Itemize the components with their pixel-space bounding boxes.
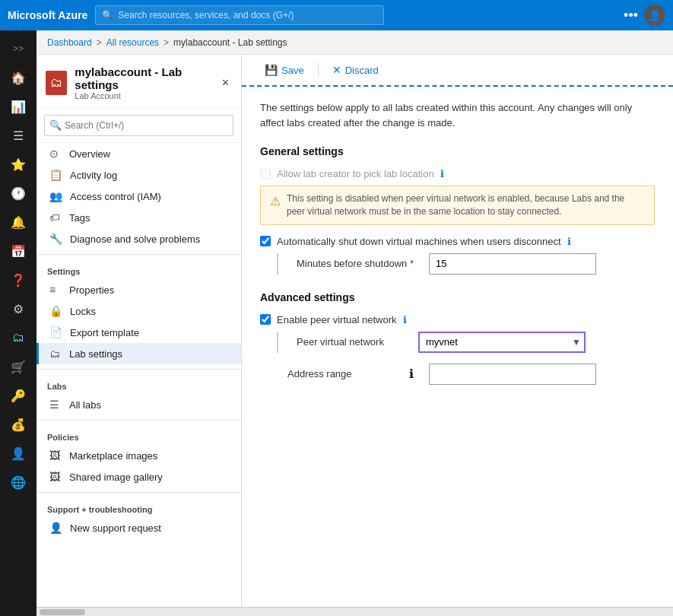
rail-user-icon[interactable]: 👤 xyxy=(3,440,33,467)
sidebar-item-iam[interactable]: 👥 Access control (IAM) xyxy=(37,186,241,207)
rail-favorites-icon[interactable]: ⭐ xyxy=(3,151,33,178)
enable-peer-vnet-info-icon[interactable]: ℹ xyxy=(403,314,407,325)
indent-bar xyxy=(277,253,278,275)
nav-divider-2 xyxy=(37,369,241,370)
peer-vnet-select[interactable]: myvnet vnet1 vnet2 xyxy=(418,332,586,353)
sidebar-item-lab-settings[interactable]: 🗂 Lab settings xyxy=(37,343,241,364)
sidebar-item-properties[interactable]: ≡ Properties xyxy=(37,279,241,300)
sidebar-item-label: Shared image gallery xyxy=(69,472,163,483)
rail-allservices-icon[interactable]: ☰ xyxy=(3,122,33,149)
sidebar-item-activity-log[interactable]: 📋 Activity log xyxy=(37,164,241,186)
address-range-input[interactable] xyxy=(429,364,596,385)
rail-cost-icon[interactable]: 💰 xyxy=(3,411,33,438)
rail-recents-icon[interactable]: 🕐 xyxy=(3,179,33,207)
sidebar-item-label: All labs xyxy=(69,399,101,411)
resource-title: mylabaccount - Lab settings xyxy=(75,65,211,91)
sidebar-item-overview[interactable]: ⊙ Overview xyxy=(37,143,241,164)
sidebar-item-marketplace-images[interactable]: 🖼 Marketplace images xyxy=(37,445,241,466)
breadcrumb-dashboard[interactable]: Dashboard xyxy=(47,37,92,48)
address-range-info-icon[interactable]: ℹ xyxy=(409,367,414,381)
general-section-title: General settings xyxy=(260,145,655,157)
avatar[interactable]: 👤 xyxy=(644,5,665,26)
resource-subtitle: Lab Account xyxy=(75,91,211,100)
lab-settings-icon: 🗂 xyxy=(49,348,62,360)
sidebar-item-export-template[interactable]: 📄 Export template xyxy=(37,322,241,343)
sidebar-item-all-labs[interactable]: ☰ All labs xyxy=(37,394,241,415)
sidebar-item-label: Lab settings xyxy=(69,348,122,360)
sidebar-item-new-support[interactable]: 👤 New support request xyxy=(37,517,241,538)
rail-globe-icon[interactable]: 🌐 xyxy=(3,468,33,496)
rail-settings-icon[interactable]: ⚙ xyxy=(3,295,33,322)
sidebar-item-label: Access control (IAM) xyxy=(70,191,161,202)
sidebar-item-label: New support request xyxy=(70,522,161,534)
marketplace-images-icon: 🖼 xyxy=(49,449,62,462)
sidebar-nav: ⊙ Overview 📋 Activity log 👥 Access contr… xyxy=(37,143,241,538)
rail-marketplace-icon[interactable]: 🛒 xyxy=(3,353,33,380)
breadcrumb-current: mylabaccount - Lab settings xyxy=(173,37,287,48)
expand-rail-icon[interactable]: >> xyxy=(3,35,33,62)
auto-shutdown-label: Automatically shut down virtual machines… xyxy=(277,236,561,247)
sidebar-search-area: 🔍 xyxy=(37,109,241,143)
sidebar-item-tags[interactable]: 🏷 Tags xyxy=(37,207,241,228)
resource-icon: 🗂 xyxy=(46,71,67,95)
sidebar-item-diagnose[interactable]: 🔧 Diagnose and solve problems xyxy=(37,228,241,249)
breadcrumb-sep2: > xyxy=(163,37,169,48)
rail-support-icon[interactable]: ❓ xyxy=(3,266,33,294)
top-bar-right: ••• 👤 xyxy=(624,5,665,26)
save-button[interactable]: 💾 Save xyxy=(257,61,312,79)
labs-section-label: Labs xyxy=(37,374,241,394)
sidebar: 🗂 mylabaccount - Lab settings Lab Accoun… xyxy=(37,55,242,616)
warning-box: ⚠ This setting is disabled when peer vir… xyxy=(260,186,655,225)
sidebar-item-label: Diagnose and solve problems xyxy=(70,233,200,245)
enable-peer-vnet-checkbox[interactable] xyxy=(260,314,271,325)
settings-content: The settings below apply to all labs cre… xyxy=(242,87,673,415)
sidebar-item-shared-image-gallery[interactable]: 🖼 Shared image gallery xyxy=(37,466,241,487)
activity-log-icon: 📋 xyxy=(49,169,62,181)
nav-divider-3 xyxy=(37,420,241,421)
advanced-section-title: Advanced settings xyxy=(260,291,655,303)
required-star: * xyxy=(410,258,414,269)
tags-icon: 🏷 xyxy=(49,211,62,224)
sidebar-item-label: Export template xyxy=(70,327,139,338)
iam-icon: 👥 xyxy=(49,190,62,202)
overview-icon: ⊙ xyxy=(49,148,62,160)
sidebar-item-label: Marketplace images xyxy=(69,450,157,462)
rail-calendar-icon[interactable]: 📅 xyxy=(3,237,33,265)
search-placeholder: Search resources, services, and docs (G+… xyxy=(118,10,294,21)
sidebar-item-label: Tags xyxy=(69,212,90,224)
rail-notifications-icon[interactable]: 🔔 xyxy=(3,208,33,236)
peer-vnet-select-wrap: myvnet vnet1 vnet2 ▼ xyxy=(418,332,586,353)
rail-key-icon[interactable]: 🔑 xyxy=(3,382,33,409)
rail-dashboard-icon[interactable]: 📊 xyxy=(3,93,33,120)
content-wrap: 🗂 mylabaccount - Lab settings Lab Accoun… xyxy=(37,55,673,616)
allow-location-checkbox[interactable] xyxy=(260,169,271,179)
general-settings-section: General settings Allow lab creator to pi… xyxy=(260,145,655,275)
shared-gallery-icon: 🖼 xyxy=(49,471,62,483)
support-section-label: Support + troubleshooting xyxy=(37,497,241,517)
close-button[interactable]: × xyxy=(219,75,232,91)
diagnose-icon: 🔧 xyxy=(49,233,62,245)
discard-button[interactable]: ✕ Discard xyxy=(325,61,386,79)
settings-section-label: Settings xyxy=(37,259,241,279)
allow-location-info-icon[interactable]: ℹ xyxy=(440,168,444,179)
warning-icon: ⚠ xyxy=(270,193,281,210)
rail-home-icon[interactable]: 🏠 xyxy=(3,64,33,91)
allow-location-row: Allow lab creator to pick lab location ℹ xyxy=(260,168,655,179)
horizontal-scrollbar[interactable] xyxy=(37,607,673,616)
left-rail: >> 🏠 📊 ☰ ⭐ 🕐 🔔 📅 ❓ ⚙ 🗂 🛒 🔑 💰 👤 🌐 xyxy=(0,30,37,616)
sidebar-search-wrap: 🔍 xyxy=(44,115,233,136)
scrollbar-thumb[interactable] xyxy=(40,609,85,615)
more-options-icon[interactable]: ••• xyxy=(624,8,638,24)
main-area: Dashboard > All resources > mylabaccount… xyxy=(37,30,673,616)
global-search[interactable]: 🔍 Search resources, services, and docs (… xyxy=(95,5,384,25)
sidebar-search-input[interactable] xyxy=(44,115,233,136)
rail-labaccounts-icon[interactable]: 🗂 xyxy=(3,324,33,351)
auto-shutdown-checkbox[interactable] xyxy=(260,236,271,246)
properties-icon: ≡ xyxy=(49,284,62,296)
auto-shutdown-info-icon[interactable]: ℹ xyxy=(567,236,571,247)
breadcrumb-allresources[interactable]: All resources xyxy=(106,37,159,48)
minutes-input[interactable] xyxy=(429,253,596,275)
sidebar-item-label: Locks xyxy=(70,306,96,317)
sidebar-item-locks[interactable]: 🔒 Locks xyxy=(37,300,241,322)
resource-title-wrap: mylabaccount - Lab settings Lab Account xyxy=(75,65,211,100)
